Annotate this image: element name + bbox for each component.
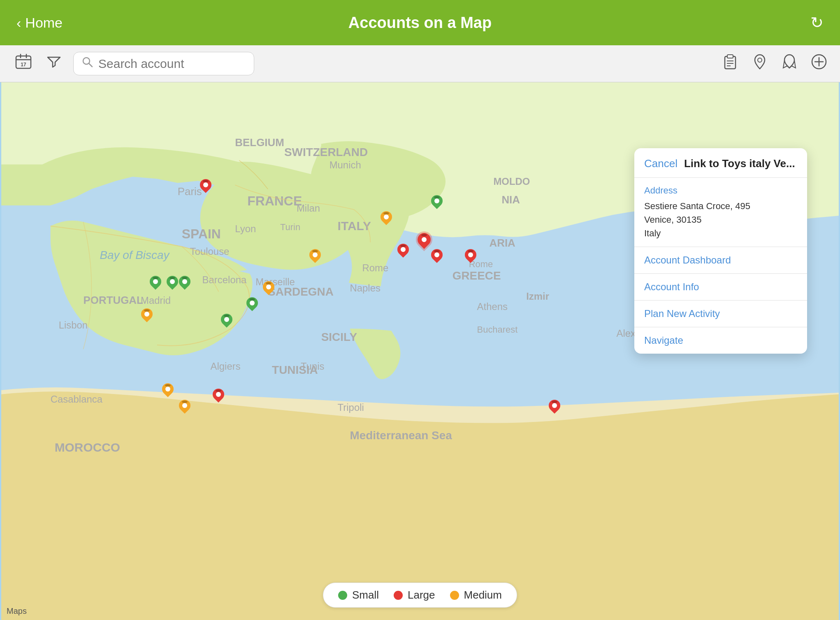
account-dashboard-link[interactable]: Account Dashboard: [634, 247, 807, 274]
svg-text:NIA: NIA: [501, 194, 520, 205]
svg-text:ITALY: ITALY: [338, 219, 371, 233]
svg-text:Lisbon: Lisbon: [59, 319, 88, 331]
svg-text:Mediterranean Sea: Mediterranean Sea: [350, 429, 452, 442]
plan-activity-link[interactable]: Plan New Activity: [634, 301, 807, 327]
svg-text:SWITZERLAND: SWITZERLAND: [284, 146, 368, 158]
svg-text:Munich: Munich: [330, 159, 361, 170]
address-line2: Venice, 30135: [644, 214, 701, 225]
svg-point-12: [758, 58, 762, 62]
map-source-label: Maps: [7, 606, 27, 615]
svg-text:BELGIUM: BELGIUM: [235, 137, 284, 148]
svg-text:SPAIN: SPAIN: [182, 226, 221, 241]
back-label: Home: [25, 15, 63, 31]
refresh-button[interactable]: ↻: [810, 14, 824, 32]
legend-label-medium: Medium: [464, 589, 502, 601]
svg-text:Athens: Athens: [477, 301, 508, 312]
add-icon[interactable]: [810, 53, 828, 74]
clipboard-icon[interactable]: [722, 53, 739, 74]
search-icon: [82, 56, 93, 71]
svg-text:Barcelona: Barcelona: [202, 275, 247, 286]
svg-text:Rome: Rome: [362, 262, 388, 273]
popup-cancel-button[interactable]: Cancel: [644, 157, 678, 170]
legend-large: Large: [394, 589, 435, 601]
svg-text:Casablanca: Casablanca: [51, 394, 103, 405]
svg-text:Naples: Naples: [350, 282, 381, 294]
svg-text:PORTUGAL: PORTUGAL: [84, 294, 144, 306]
map-popup: Cancel Link to Toys italy Ve... Address …: [634, 148, 807, 354]
svg-text:GREECE: GREECE: [452, 269, 501, 282]
legend-label-large: Large: [408, 589, 435, 601]
navigate-link[interactable]: Navigate: [634, 327, 807, 354]
legend-dot-large: [394, 591, 403, 600]
page-title: Accounts on a Map: [348, 14, 492, 32]
back-button[interactable]: ‹ Home: [16, 15, 63, 31]
svg-text:Izmir: Izmir: [526, 291, 549, 302]
svg-text:Algiers: Algiers: [211, 361, 241, 372]
svg-text:MOROCCO: MOROCCO: [55, 441, 120, 454]
search-bar[interactable]: [73, 52, 254, 75]
calendar-icon[interactable]: 17: [12, 51, 35, 77]
popup-address-section: Address Sestiere Santa Croce, 495 Venice…: [634, 178, 807, 247]
address-line3: Italy: [644, 228, 661, 238]
svg-text:Lyon: Lyon: [235, 223, 256, 234]
back-chevron-icon: ‹: [16, 15, 21, 31]
svg-text:Bay of Biscay: Bay of Biscay: [100, 249, 170, 261]
address-line1: Sestiere Santa Croce, 495: [644, 201, 750, 211]
legend-label-small: Small: [352, 589, 379, 601]
popup-header: Cancel Link to Toys italy Ve...: [634, 148, 807, 178]
svg-text:Toulouse: Toulouse: [190, 246, 230, 257]
svg-text:MOLDO: MOLDO: [493, 176, 530, 187]
svg-text:Marseille: Marseille: [255, 276, 295, 287]
toolbar-right-actions: [722, 53, 828, 74]
popup-address-text: Sestiere Santa Croce, 495 Venice, 30135 …: [644, 199, 797, 240]
svg-text:ARIA: ARIA: [489, 237, 515, 249]
svg-text:Paris: Paris: [178, 186, 202, 197]
legend-medium: Medium: [450, 589, 502, 601]
svg-text:17: 17: [21, 62, 26, 68]
search-input[interactable]: [98, 57, 246, 71]
popup-address-label: Address: [644, 185, 797, 196]
legend-dot-small: [338, 591, 347, 600]
svg-text:SICILY: SICILY: [321, 331, 357, 343]
svg-rect-8: [727, 55, 733, 58]
filter-icon[interactable]: [43, 51, 65, 77]
account-info-link[interactable]: Account Info: [634, 274, 807, 301]
svg-text:Bucharest: Bucharest: [477, 324, 518, 335]
svg-line-6: [89, 63, 92, 67]
map-legend: Small Large Medium: [323, 583, 517, 608]
svg-text:Turin: Turin: [280, 222, 300, 232]
toolbar: 17: [0, 45, 840, 82]
map-container[interactable]: Bay of Biscay SPAIN PORTUGAL FRANCE ITAL…: [0, 82, 840, 620]
legend-small: Small: [338, 589, 379, 601]
svg-text:Milan: Milan: [297, 203, 320, 214]
svg-text:Tunis: Tunis: [301, 361, 325, 372]
map-attribution: Maps: [7, 606, 27, 616]
popup-title: Link to Toys italy Ve...: [684, 157, 795, 170]
location-pin-icon[interactable]: [751, 53, 768, 74]
svg-text:Madrid: Madrid: [141, 295, 171, 306]
svg-text:Tripoli: Tripoli: [338, 402, 364, 413]
app-header: ‹ Home Accounts on a Map ↻: [0, 0, 840, 45]
map-area-icon[interactable]: [781, 53, 798, 74]
legend-dot-medium: [450, 591, 459, 600]
